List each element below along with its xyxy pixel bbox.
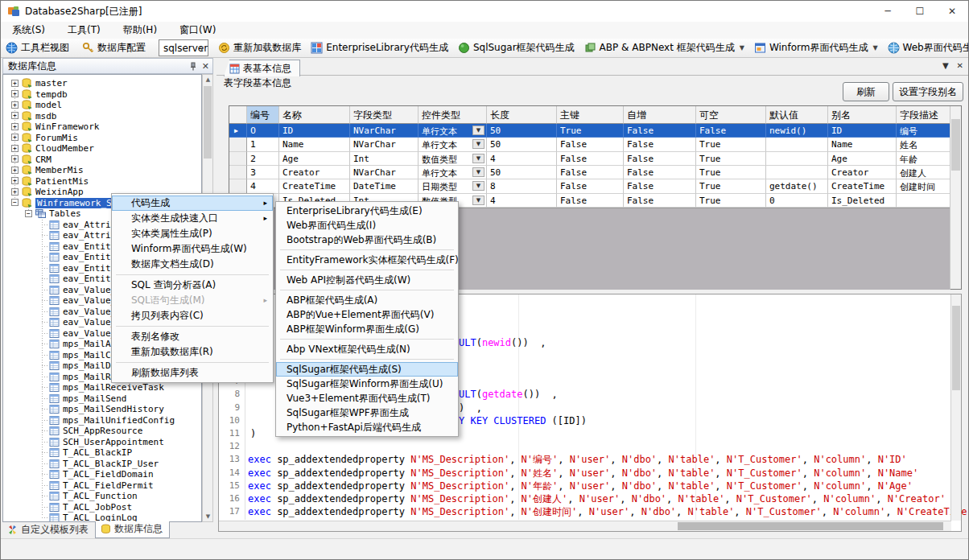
abp-codegen-button[interactable]: ABP & ABPNext 框架代码生成 ▼ [579, 39, 749, 57]
tab-database-info[interactable]: 数据库信息 [95, 521, 170, 538]
menu-system[interactable]: 系统(S) [1, 22, 56, 39]
menu-item-EntityFramework实体框架代码生成(F)[interactable]: EntityFramework实体框架代码生成(F) [276, 253, 458, 267]
menu-item-表别名修改[interactable]: 表别名修改 [112, 329, 273, 344]
column-header-自增[interactable]: 自增 [624, 106, 696, 124]
cell-主键[interactable]: False [557, 152, 624, 166]
collapse-icon[interactable]: − [25, 210, 32, 217]
tree-item-T_ACL_FieldDomain[interactable]: T_ACL_FieldDomain [3, 469, 201, 480]
expand-icon[interactable]: + [11, 101, 19, 109]
menu-item-ABP框架Winform界面生成(G)[interactable]: ABP框架Winform界面生成(G) [276, 322, 458, 336]
scroll-down-icon[interactable]: ▼ [204, 513, 212, 520]
tree-item-label[interactable]: eav_Entity [63, 274, 116, 284]
cell-字段类型[interactable]: NVarChar [350, 166, 419, 179]
tree-item-label[interactable]: CRM [35, 154, 52, 165]
cell-名称[interactable]: ID [279, 124, 350, 138]
tree-item-label[interactable]: eav_Entity [63, 241, 116, 252]
tree-item-label[interactable]: tempdb [35, 89, 68, 100]
expand-icon[interactable]: + [11, 145, 19, 152]
row-selector[interactable] [229, 152, 247, 166]
chevron-down-icon[interactable]: ▼ [472, 139, 484, 149]
code-line-16[interactable]: exec sp_addextendedproperty N'MS_Descrip… [248, 492, 946, 505]
tree-item-label[interactable]: eav_Value_ [63, 317, 116, 327]
cell-可空[interactable]: True [696, 138, 766, 151]
column-header-别名[interactable]: 别名 [828, 106, 897, 124]
cell-默认值[interactable]: getdate() [766, 179, 828, 193]
tree-item-label[interactable]: eav_Entity [63, 252, 116, 262]
current-row-arrow-icon[interactable]: ▶ [229, 124, 247, 138]
code-line-13[interactable]: exec sp_addextendedproperty N'MS_Descrip… [248, 453, 907, 466]
collapse-icon[interactable]: − [11, 199, 19, 206]
cell-字段类型[interactable]: Int [350, 152, 419, 166]
cell-长度[interactable]: 4 [487, 194, 557, 208]
winform-codegen-button[interactable]: Winform界面代码生成 ▼ [749, 39, 883, 57]
tree-item-label[interactable]: SCH_UserAppointment [63, 437, 164, 447]
cell-控件类型[interactable]: 单行文本▼ [419, 124, 487, 138]
tree-item-label[interactable]: T_ACL_FieldDomain [63, 469, 154, 480]
tree-item-label[interactable]: eav_Attrib [63, 230, 116, 241]
tree-item-T_ACL_JobPost[interactable]: T_ACL_JobPost [3, 502, 201, 513]
column-header-可空[interactable]: 可空 [696, 106, 766, 124]
menu-item-Web界面代码生成(I)[interactable]: Web界面代码生成(I) [276, 218, 458, 233]
expand-icon[interactable]: + [11, 155, 19, 163]
tree-item-mps_MailReceiveTask[interactable]: mps_MailReceiveTask [3, 382, 201, 393]
code-line-10[interactable]: Y KEY CLUSTERED ([ID]) [459, 414, 587, 427]
tree-item-label[interactable]: eav_Value_ [63, 295, 116, 306]
cell-长度[interactable]: 8 [487, 179, 557, 193]
close-button[interactable]: ✕ [936, 1, 968, 22]
cell-字段类型[interactable]: DateTime [350, 179, 419, 193]
cell-自增[interactable]: False [624, 152, 696, 166]
chevron-down-icon[interactable]: ▼ [472, 126, 484, 135]
menu-item-ABP的Vue+Element界面代码(V)[interactable]: ABP的Vue+Element界面代码(V) [276, 307, 458, 322]
cell-名称[interactable]: CreateTime [279, 179, 350, 193]
cell-编号[interactable]: 1 [247, 138, 279, 151]
tree-item-tempdb[interactable]: +tempdb [3, 89, 201, 101]
tree-item-label[interactable]: mps_MailAt [63, 339, 116, 349]
cell-控件类型[interactable]: 日期类型▼ [419, 179, 487, 193]
tree-item-label[interactable]: eav_Entity [63, 263, 116, 274]
cell-别名[interactable]: Age [828, 152, 897, 166]
tree-item-label[interactable]: PatientMis [35, 176, 89, 187]
cell-长度[interactable]: 50 [487, 166, 557, 179]
cell-主键[interactable]: False [557, 194, 624, 208]
code-line-15[interactable]: exec sp_addextendedproperty N'MS_Descrip… [248, 480, 913, 492]
tree-item-PatientMis[interactable]: +PatientMis [3, 176, 201, 187]
menu-item-SqlSugar框架Winform界面生成(U)[interactable]: SqlSugar框架Winform界面生成(U) [276, 377, 458, 391]
tree-item-T_ACL_BlackIP[interactable]: T_ACL_BlackIP [3, 447, 201, 459]
cell-名称[interactable]: Name [279, 138, 350, 151]
scrollbar-thumb[interactable] [204, 86, 212, 159]
cell-编号[interactable]: 3 [247, 166, 279, 179]
minimize-button[interactable]: ─ [872, 1, 904, 22]
cell-自增[interactable]: False [624, 166, 696, 179]
web-codegen-button[interactable]: Web界面代码生成 ▼ [883, 39, 969, 57]
cell-控件类型[interactable]: 单行文本▼ [419, 166, 487, 179]
tree-item-label[interactable]: Tables [49, 208, 81, 219]
sqlsugar-codegen-button[interactable]: SqlSugar框架代码生成 [453, 39, 579, 57]
cell-字段描述[interactable]: 创建人 [897, 166, 951, 179]
row-selector[interactable] [229, 179, 247, 193]
menu-item-拷贝列表内容(C)[interactable]: 拷贝列表内容(C) [112, 308, 273, 323]
tab-close-icon[interactable]: ✕ [957, 61, 963, 70]
refresh-button[interactable]: 刷新 [843, 82, 889, 101]
panel-close-icon[interactable]: ✕ [202, 61, 209, 72]
cell-编号[interactable]: 0 [247, 124, 279, 138]
tab-custom-templates[interactable]: 自定义模板列表 [2, 522, 95, 538]
tree-item-label[interactable]: T_ACL_FieldPermit [63, 480, 154, 491]
tree-item-T_ACL_FieldPermit[interactable]: T_ACL_FieldPermit [3, 480, 201, 492]
column-header-字段类型[interactable]: 字段类型 [350, 106, 419, 124]
expand-icon[interactable]: + [11, 112, 19, 119]
menu-item-数据库文档生成(D)[interactable]: 数据库文档生成(D) [112, 257, 273, 272]
row-selector[interactable] [229, 138, 247, 151]
cell-长度[interactable]: 50 [487, 124, 557, 138]
column-header-默认值[interactable]: 默认值 [766, 106, 828, 124]
maximize-button[interactable]: ☐ [904, 1, 936, 22]
tree-item-label[interactable]: T_ACL_BlackIP [63, 447, 132, 458]
tree-item-label[interactable]: MemberMis [35, 165, 84, 175]
expand-icon[interactable]: + [11, 123, 19, 130]
reload-database-button[interactable]: 重新加载数据库 [213, 39, 306, 57]
tree-item-label[interactable]: ForumMis [35, 133, 78, 143]
cell-默认值[interactable]: newid() [766, 124, 828, 138]
cell-默认值[interactable] [766, 152, 828, 166]
cell-长度[interactable]: 4 [487, 152, 557, 166]
tree-item-mps_MailUnifiedConfig[interactable]: mps_MailUnifiedConfig [3, 415, 201, 426]
tree-item-ForumMis[interactable]: +ForumMis [3, 133, 201, 144]
